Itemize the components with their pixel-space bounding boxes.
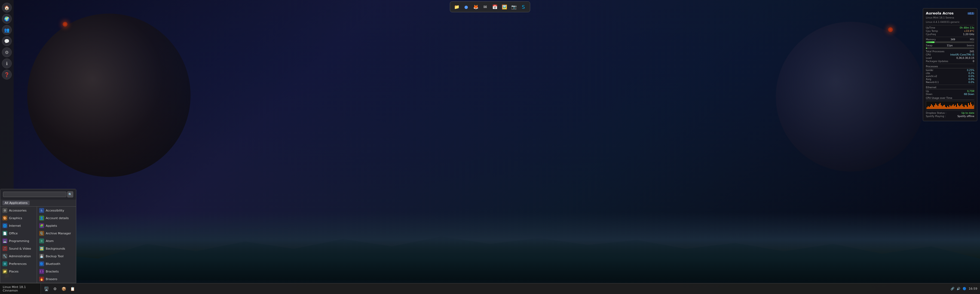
brackets-label: Brackets [46,270,59,273]
category-office[interactable]: 📄 Office [0,229,37,237]
category-places[interactable]: 📁 Places [0,268,37,275]
sysmon-os: Linux Mint 18.1 Serena [926,16,974,19]
proc-val-3: 0.0% [968,78,974,81]
dropbox-status-row: Dropbox Status : Up to date [926,111,974,114]
dock-item-skype[interactable]: S [519,2,528,11]
preferences-label: Preferences [9,262,27,266]
proc-row-1: cito 0.2% [926,72,974,75]
dock-item-rhythmbox[interactable]: ● [462,2,471,11]
ram-total: MSI [970,38,974,41]
eth-row-up: Up 9,75M [926,90,974,92]
search-button[interactable]: 🔍 [67,191,73,197]
taskbar-clock[interactable]: 16:59 [969,287,977,291]
taskbar-icon-1[interactable]: 🖥️ [42,285,50,293]
swap-used: 11ps [947,44,953,47]
ram-bar-wrap [926,41,974,43]
taskbar-right: 🔗 🔊 🔵 16:59 [948,287,980,291]
bluetooth-icon: 🔵 [39,261,44,266]
accessibility-app-icon: ♿ [39,208,44,213]
search-input[interactable] [3,192,67,197]
desktop: 🏠 🌍 👥 💬 ⚙️ ℹ️ ❓ 📁 📁 ● 🦊 ✉️ 📅 🖼️ 📷 S 🔍 Al… [0,0,980,294]
packages-label: Packages Updates [926,60,948,63]
sysmon-title: Aureola Acros [926,11,954,15]
swap-bar-wrap [926,48,974,49]
spotify-label: Spotify Playing : [926,115,946,118]
taskbar: Linux Mint 18.1 Cinnamon 🖥️ ⚙️ 📦 📋 🔗 🔊 🔵… [0,283,980,294]
applets-label: Applets [46,224,57,227]
sidebar-icon-help[interactable]: ❓ [2,70,12,79]
app-account-details[interactable]: 👤 Account details [37,214,76,222]
proc-name-2: xunchi.v2 [926,75,968,78]
proc-val-1: 0.2% [968,72,974,75]
category-administration[interactable]: 🔧 Administration [0,252,37,260]
proc-name-0: tomlkr [926,69,967,72]
app-bluetooth[interactable]: 🔵 Bluetooth [37,260,76,268]
internet-icon: 🌐 [2,223,7,228]
administration-label: Administration [9,254,31,258]
cpu-model-value: Intel(R) Core(TM) i5 [950,53,974,56]
category-graphics[interactable]: 🎨 Graphics [0,214,37,222]
dock-item-camera[interactable]: 📷 [510,2,518,11]
eth-up-label: Up [926,90,929,92]
dropbox-value: Up to date [961,111,974,114]
sidebar-icon-earth[interactable]: 🌍 [2,14,12,24]
sidebar-icon-chat[interactable]: 💬 [2,36,12,46]
category-accessories[interactable]: ⚙️ Accessories [0,207,37,214]
sidebar-icon-people[interactable]: 👥 [2,25,12,35]
brasero-label: Brasero [46,277,57,281]
dock-item-calendar[interactable]: 📅 [490,2,499,11]
app-backgrounds[interactable]: 🖼️ Backgrounds [37,245,76,252]
proc-row-0: tomlkr 0.25% [926,69,974,72]
dock-item-email[interactable]: ✉️ [481,2,490,11]
app-applets[interactable]: 🧩 Applets [37,222,76,229]
backgrounds-label: Backgrounds [46,247,65,250]
cpu-graph [926,101,974,109]
proc-row-3: Xorg 0.0% [926,78,974,81]
app-archive-manager[interactable]: 🗜️ Archive Manager [37,229,76,237]
dock: 📁 ● 🦊 ✉️ 📅 🖼️ 📷 S [450,2,530,12]
backup-tool-icon: 💾 [39,254,44,259]
cpu-temp-label: Cpu Temp [926,30,938,32]
taskbar-icon-3[interactable]: 📦 [60,285,68,293]
category-programming[interactable]: 💻 Programming [0,237,37,245]
start-menu: 🔍 All Applications ⚙️ Accessories 🎨 Grap… [0,189,76,283]
category-internet[interactable]: 🌐 Internet [0,222,37,229]
preferences-icon: ⚙️ [2,261,7,266]
category-sound-video[interactable]: 🎵 Sound & Video [0,245,37,252]
applets-icon: 🧩 [39,223,44,228]
menu-body: ⚙️ Accessories 🎨 Graphics 🌐 Internet 📄 O… [0,207,76,283]
archive-manager-icon: 🗜️ [39,231,44,236]
dock-item-files[interactable]: 📁 [452,2,461,11]
taskbar-icon-4[interactable]: 📋 [68,285,76,293]
menu-apps: ♿ Accessibility 👤 Account details 🧩 Appl… [37,207,76,283]
app-brackets[interactable]: { } Brackets [37,268,76,275]
taskbar-icon-2[interactable]: ⚙️ [51,285,59,293]
app-brasero[interactable]: 🔥 Brasero [37,275,76,283]
system-monitor: Aureola Acros v1.1 Linux Mint 18.1 Seren… [923,8,977,121]
sound-video-label: Sound & Video [9,247,31,250]
sidebar-icon-info[interactable]: ℹ️ [2,59,12,68]
menu-filters: All Applications [0,200,76,207]
app-backup-tool[interactable]: 💾 Backup Tool [37,252,76,260]
load-label: Load [926,57,932,59]
sidebar-icon-home[interactable]: 🏠 [2,3,12,13]
ram-used: 349 [951,38,955,41]
archive-manager-label: Archive Manager [46,232,71,235]
account-details-label: Account details [46,216,69,220]
start-button[interactable]: Linux Mint 18.1 Cinnamon [0,283,41,294]
ram-bar [926,41,935,43]
proc-val-2: 0.0% [968,75,974,78]
app-atom[interactable]: ⚛️ Atom [37,237,76,245]
filter-all-apps[interactable]: All Applications [2,201,30,205]
accessories-icon: ⚙️ [2,208,7,213]
dock-item-images[interactable]: 🖼️ [500,2,509,11]
sysmon-kernel: Linux 4.4.1-040031-generic [926,21,974,24]
cpu-graph-label: CPU Usage over Time [926,97,974,100]
processes-section-title: Processes [926,65,974,68]
sidebar-icon-settings[interactable]: ⚙️ [2,48,12,57]
app-accessibility[interactable]: ♿ Accessibility [37,207,76,214]
places-icon: 📁 [2,269,7,274]
office-label: Office [9,232,18,235]
category-preferences[interactable]: ⚙️ Preferences [0,260,37,268]
dock-item-firefox[interactable]: 🦊 [471,2,480,11]
